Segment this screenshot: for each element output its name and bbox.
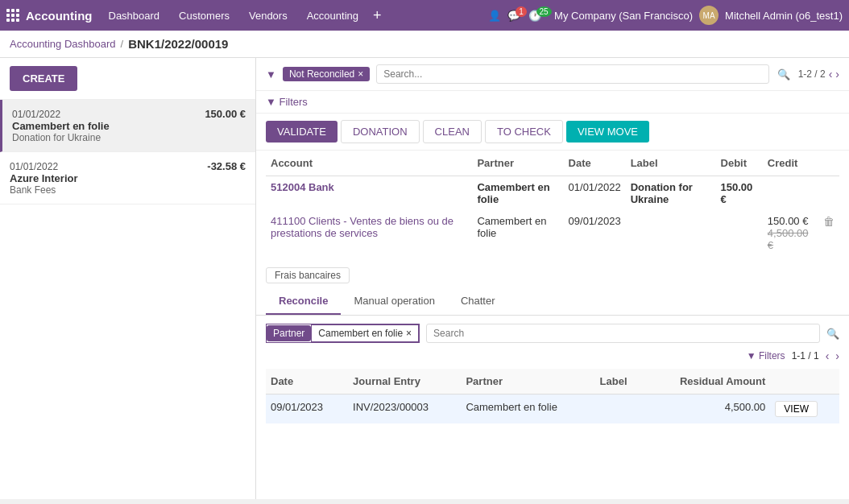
reconcile-table: Date Journal Entry Partner Label Residua… xyxy=(266,369,839,423)
left-panel-header: CREATE xyxy=(0,58,255,100)
rcol-label: Label xyxy=(595,369,644,395)
navbar: Accounting Dashboard Customers Vendors A… xyxy=(0,0,849,31)
table-row: 411100 Clients - Ventes de biens ou de p… xyxy=(266,210,839,256)
reconcile-search-input[interactable] xyxy=(426,324,820,343)
filters-bar: ▼ Filters xyxy=(256,91,849,114)
reconcile-pagination: 1-1 / 1 xyxy=(792,350,819,361)
rcol-date: Date xyxy=(266,369,348,395)
company-name: My Company (San Francisco) xyxy=(554,10,693,22)
not-reconciled-filter[interactable]: Not Reconciled × xyxy=(283,67,370,81)
view-move-button[interactable]: VIEW MOVE xyxy=(566,121,649,143)
account-cell[interactable]: 512004 Bank xyxy=(271,181,334,193)
clean-button[interactable]: CLEAN xyxy=(423,120,482,143)
date-cell: 01/01/2022 xyxy=(564,176,626,211)
filter-label: Not Reconciled xyxy=(289,68,354,80)
to-check-button[interactable]: TO CHECK xyxy=(485,120,563,143)
add-menu-button[interactable]: + xyxy=(368,0,387,31)
app-grid-icon[interactable] xyxy=(6,9,19,22)
activity-icon[interactable]: 🕐25 xyxy=(532,7,548,23)
left-panel: CREATE 01/01/2022 150.00 € Camembert en … xyxy=(0,58,256,499)
rrow-journal: INV/2023/00003 xyxy=(348,395,461,424)
nav-accounting[interactable]: Accounting xyxy=(297,0,368,31)
transaction-name: Camembert en folie xyxy=(12,120,246,132)
reconcile-filters-row: ▼ Filters 1-1 / 1 ‹ › xyxy=(266,349,839,362)
search-input[interactable] xyxy=(376,64,768,84)
col-debit: Debit xyxy=(716,151,763,176)
view-button[interactable]: VIEW xyxy=(775,401,818,417)
breadcrumb-separator: / xyxy=(121,38,124,50)
activity-badge: 25 xyxy=(536,6,552,17)
partner-value[interactable]: Camembert en folie × xyxy=(311,324,419,342)
reconcile-section: Partner Camembert en folie × 🔍 ▼ Filters… xyxy=(256,316,849,432)
validate-button[interactable]: VALIDATE xyxy=(266,121,338,143)
col-account: Account xyxy=(266,151,472,176)
reconcile-next-button[interactable]: › xyxy=(835,349,839,362)
transaction-name: Azure Interior xyxy=(10,172,246,184)
tab-manual-operation[interactable]: Manual operation xyxy=(341,288,447,315)
rrow-date: 09/01/2023 xyxy=(266,395,348,424)
debit-cell xyxy=(716,210,763,256)
rrow-partner: Camembert en folie xyxy=(461,395,594,424)
frais-bancaires-tag[interactable]: Frais bancaires xyxy=(266,267,350,283)
pagination-text: 1-2 / 2 xyxy=(798,68,826,80)
credit-strike: 4,500.00 € xyxy=(768,227,814,251)
partner-cell: Camembert en folie xyxy=(472,176,563,211)
tag-container: Frais bancaires xyxy=(256,262,849,288)
credit-main: 150.00 € xyxy=(768,215,814,227)
rrow-residual: 4,500.00 xyxy=(644,395,770,424)
partner-close-icon[interactable]: × xyxy=(406,328,412,339)
filter-close-icon[interactable]: × xyxy=(358,68,363,80)
app-brand[interactable]: Accounting xyxy=(26,9,93,23)
credit-cell: 150.00 € 4,500.00 € xyxy=(763,210,818,256)
partner-cell: Camembert en folie xyxy=(472,210,563,256)
user-name: Mitchell Admin (o6_test1) xyxy=(725,10,843,22)
pagination: 1-2 / 2 ‹ › xyxy=(798,68,839,81)
credit-cell xyxy=(763,176,818,211)
reconcile-search-icon[interactable]: 🔍 xyxy=(826,328,839,340)
nav-vendors[interactable]: Vendors xyxy=(239,0,297,31)
reconcile-prev-button[interactable]: ‹ xyxy=(826,349,830,362)
nav-dashboard[interactable]: Dashboard xyxy=(99,0,170,31)
chat-icon[interactable]: 💬1 xyxy=(509,7,525,23)
breadcrumb-parent[interactable]: Accounting Dashboard xyxy=(10,38,116,50)
nav-customers[interactable]: Customers xyxy=(169,0,239,31)
label-cell: Donation for Ukraine xyxy=(626,176,716,211)
reconcile-filters-label[interactable]: ▼ Filters xyxy=(747,350,785,361)
rcol-residual: Residual Amount xyxy=(644,369,770,395)
table-row: 512004 Bank Camembert en folie 01/01/202… xyxy=(266,176,839,211)
transaction-date: 01/01/2022 xyxy=(10,161,58,172)
navbar-right: 👤 💬1 🕐25 My Company (San Francisco) MA M… xyxy=(487,6,843,25)
breadcrumb: Accounting Dashboard / BNK1/2022/00019 xyxy=(0,31,849,58)
transaction-amount: -32.58 € xyxy=(207,160,246,172)
rcol-journal: Journal Entry xyxy=(348,369,461,395)
transaction-amount: 150.00 € xyxy=(205,108,246,120)
journal-table: Account Partner Date Label Debit Credit … xyxy=(266,151,839,256)
main-layout: CREATE 01/01/2022 150.00 € Camembert en … xyxy=(0,58,849,499)
filters-label[interactable]: ▼ Filters xyxy=(266,96,308,108)
breadcrumb-current: BNK1/2022/00019 xyxy=(128,37,228,51)
tabs-bar: Reconcile Manual operation Chatter xyxy=(256,288,849,316)
right-panel: ▼ Not Reconciled × 🔍 1-2 / 2 ‹ › ▼ Filte… xyxy=(256,58,849,499)
delete-icon[interactable]: 🗑 xyxy=(823,215,835,228)
rcol-partner: Partner xyxy=(461,369,594,395)
account-cell[interactable]: 411100 Clients - Ventes de biens ou de p… xyxy=(271,215,453,239)
prev-page-button[interactable]: ‹ xyxy=(829,68,833,81)
col-partner: Partner xyxy=(472,151,563,176)
donation-button[interactable]: DONATION xyxy=(341,120,420,143)
journal-table-container: Account Partner Date Label Debit Credit … xyxy=(256,151,849,262)
col-date: Date xyxy=(564,151,626,176)
reconcile-table-row: 09/01/2023 INV/2023/00003 Camembert en f… xyxy=(266,395,839,424)
search-icon[interactable]: 🔍 xyxy=(776,66,792,82)
contacts-icon[interactable]: 👤 xyxy=(487,7,503,23)
chat-badge: 1 xyxy=(516,6,527,17)
tab-chatter[interactable]: Chatter xyxy=(448,288,508,315)
tab-reconcile[interactable]: Reconcile xyxy=(266,288,341,315)
create-button[interactable]: CREATE xyxy=(10,66,77,91)
transaction-item[interactable]: 01/01/2022 150.00 € Camembert en folie D… xyxy=(0,100,255,152)
transaction-item[interactable]: 01/01/2022 -32.58 € Azure Interior Bank … xyxy=(0,152,255,204)
transaction-desc: Donation for Ukraine xyxy=(12,132,246,143)
avatar[interactable]: MA xyxy=(699,6,719,25)
next-page-button[interactable]: › xyxy=(835,68,839,81)
right-panel-header: ▼ Not Reconciled × 🔍 1-2 / 2 ‹ › xyxy=(256,58,849,91)
col-label: Label xyxy=(626,151,716,176)
